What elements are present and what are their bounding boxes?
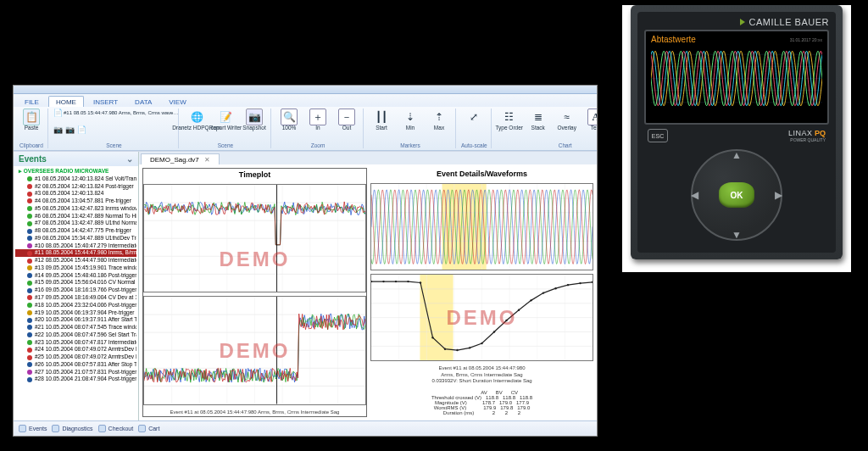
event-item[interactable]: #8 08.05.2004 14:42:47.775 Pre-trigger	[15, 227, 136, 235]
event-item[interactable]: #16 09.05.2004 18:16:19.766 Post-trigger	[15, 287, 136, 294]
zoom-in-button[interactable]: ＋In	[305, 109, 331, 131]
svg-point-7	[431, 337, 433, 338]
collapse-chevron-icon[interactable]: ⌄	[126, 154, 133, 164]
workspace: Events ⌄ ▸ OVERSEES RADIO MICROWAVE#1 08…	[14, 151, 597, 420]
timeplot-footer: Event #11 at 08.05.2004 15:44:47:980 Arm…	[143, 409, 366, 416]
waveform-plot[interactable]	[370, 183, 593, 270]
event-item[interactable]: #21 10.05.2004 08:07:47.545 Trace window	[15, 324, 136, 331]
event-item[interactable]: #12 08.05.2004 15:44:47.980 Intermediate…	[15, 257, 136, 264]
svg-point-3	[382, 281, 384, 282]
zoom-out-button[interactable]: －Out	[334, 109, 359, 131]
summary-table: AV BV CV Threshold crossed (V) 118.8 118…	[370, 388, 593, 417]
events-panel-title: Events	[19, 154, 47, 164]
zoom-default[interactable]: 🔍100%	[276, 109, 302, 131]
ok-button[interactable]: OK	[719, 182, 754, 208]
device-model: LINAX	[788, 129, 813, 137]
event-item[interactable]: #23 10.05.2004 08:07:47.817 Intermediate…	[15, 339, 136, 347]
svg-point-11	[481, 342, 482, 344]
document-tab[interactable]: DEMO_Sag.dv7 ✕	[141, 153, 220, 164]
ribbon: 📋 Paste Clipboard 📄#11 08.05 15:44:47.98…	[14, 107, 597, 151]
chart-stack-button[interactable]: ≣Stack	[526, 109, 551, 131]
svg-point-6	[420, 281, 421, 283]
ribbon-group-label: Clipboard	[19, 142, 44, 148]
event-item[interactable]: #3 08.05.2004 12:40:13.824	[15, 190, 136, 198]
event-item[interactable]: #7 08.05.2004 13:42:47.889 U1thd Normal …	[15, 220, 136, 227]
events-panel: Events ⌄ ▸ OVERSEES RADIO MICROWAVE#1 08…	[14, 152, 139, 420]
svg-point-8	[444, 348, 446, 350]
event-item[interactable]: #9 08.05.2004 15:34:47.889 U1thdDev Trac…	[15, 235, 136, 242]
chart-type-button[interactable]: ☷Type Order	[497, 109, 522, 131]
sagprofile-plot[interactable]: DEMO	[370, 274, 593, 361]
event-item[interactable]: #1 08.05.2004 12:40:13.824 Sel Volt/Tran…	[15, 175, 136, 183]
chart-overlay-button[interactable]: ≈Overlay	[554, 109, 580, 131]
snapshot-button[interactable]: 📷Snapshot	[242, 109, 267, 131]
paste-button[interactable]: 📋 Paste	[19, 109, 44, 131]
event-item[interactable]: #2 08.05.2004 12:40:13.824 Post-trigger	[15, 183, 136, 191]
event-item[interactable]: #18 10.05.2004 23:32:04.006 Post-trigger	[15, 302, 136, 309]
sb-diagnostics[interactable]: Diagnostics	[52, 425, 92, 432]
sb-cart[interactable]: Cart	[138, 425, 159, 432]
clipboard-icon: 📋	[23, 109, 40, 125]
scene-snapshot2[interactable]: 📷	[65, 125, 74, 134]
esc-button[interactable]: ESC	[648, 129, 668, 142]
device-screen: Abtastwerte 31.01.2017 20:xx	[644, 30, 829, 125]
device-brand: CAMILLE BAUER	[644, 17, 829, 30]
camera-icon: 📷	[246, 109, 263, 125]
dpad-up[interactable]: ▲	[732, 149, 742, 161]
sb-events[interactable]: Events	[19, 425, 47, 432]
scene-snapshot[interactable]: 📷	[53, 125, 62, 134]
dranetz-link[interactable]: 🌐Dranetz HDPQ.com	[184, 109, 209, 131]
dpad-down[interactable]: ▼	[732, 229, 742, 241]
ribbon-tab-view[interactable]: VIEW	[161, 96, 193, 107]
sb-checkout[interactable]: Checkout	[98, 425, 134, 432]
event-item[interactable]: #28 10.05.2004 21:08:47.904 Post-trigger	[15, 376, 136, 383]
ribbon-tab-data[interactable]: DATA	[127, 96, 159, 107]
event-item[interactable]: #22 10.05.2004 08:07:47.596 Sel Start Tr…	[15, 331, 136, 339]
svg-point-14	[518, 309, 520, 311]
event-item[interactable]: #17 09.05.2004 18:16:49.004 CV Dev at 12…	[15, 294, 136, 302]
close-icon[interactable]: ✕	[204, 156, 210, 164]
ribbon-group-label: Scene	[53, 142, 175, 148]
marker-min[interactable]: ⇣Min	[398, 109, 423, 131]
event-item[interactable]: #26 10.05.2004 08:07:57.831 After Stop T…	[15, 361, 136, 369]
reportwriter-button[interactable]: 📝Report Writer	[213, 109, 238, 131]
ribbon-group-label: Scene	[184, 142, 267, 148]
svg-point-15	[530, 299, 531, 301]
ribbon-tab-insert[interactable]: INSERT	[86, 96, 125, 107]
svg-point-12	[493, 331, 495, 332]
event-item[interactable]: #19 10.05.2004 06:19:37.904 Pre-trigger	[15, 309, 136, 317]
svg-point-18	[567, 284, 569, 286]
event-item[interactable]: #10 08.05.2004 15:40:47.279 Intermediate…	[15, 242, 136, 250]
event-item[interactable]: #4 08.05.2004 13:04:57.881 Pre-trigger	[15, 198, 136, 205]
autoscale-button[interactable]: ⤢	[461, 109, 487, 125]
marker-start[interactable]: ┃┃Start	[369, 109, 394, 131]
event-item[interactable]: #13 09.05.2004 15:45:19.901 Trace window	[15, 264, 136, 272]
event-item[interactable]: #11 08.05.2004 15:44:47.980 Inrms, B/rms…	[15, 249, 136, 257]
timeplot-upper[interactable]: DEMO	[143, 184, 366, 292]
timeplot-lower[interactable]: DEMO	[143, 296, 366, 404]
event-item[interactable]: #20 10.05.2004 06:19:37.911 After Start …	[15, 316, 136, 324]
svg-point-19	[579, 282, 581, 284]
ribbon-tab-home[interactable]: HOME	[48, 96, 84, 107]
dpad-left[interactable]: ◀	[691, 189, 698, 201]
document-tab-label: DEMO_Sag.dv7	[150, 156, 199, 164]
event-item[interactable]: #14 09.05.2004 15:48:40.186 Post-trigger	[15, 272, 136, 280]
event-item[interactable]: #25 10.05.2004 08:07:49.072 ArmtrsDev No…	[15, 354, 136, 361]
svg-point-16	[542, 292, 544, 294]
powerquality-app-window: FILE HOME INSERT DATA VIEW 📋 Paste Clipb…	[13, 85, 598, 437]
event-item[interactable]: #15 09.05.2004 15:56:04.016 CV Normal ->…	[15, 279, 136, 287]
scene-snapshot3[interactable]: 📄	[77, 125, 86, 134]
event-item[interactable]: #27 10.05.2004 21:07:57.831 Post-trigger	[15, 369, 136, 376]
chart-text-button[interactable]: AText	[583, 109, 597, 131]
ribbon-tabs: FILE HOME INSERT DATA VIEW	[14, 94, 597, 107]
dpad-right[interactable]: ▶	[775, 189, 782, 201]
events-tree[interactable]: ▸ OVERSEES RADIO MICROWAVE#1 08.05.2004 …	[14, 166, 138, 420]
marker-max[interactable]: ⇡Max	[426, 109, 452, 131]
titlebar[interactable]	[14, 86, 597, 94]
scene-row-item[interactable]: 📄#11 08.05 15:44:47.980 Arms, Brms, Crms…	[53, 109, 178, 117]
svg-point-2	[371, 281, 372, 282]
event-item[interactable]: #24 10.05.2004 08:07:49.072 ArmtrsDev Hi…	[15, 346, 136, 354]
event-item[interactable]: #5 08.05.2004 13:42:47.823 Inrms window.…	[15, 205, 136, 213]
ribbon-tab-file[interactable]: FILE	[17, 96, 47, 107]
event-item[interactable]: #6 08.05.2004 13:42:47.889 Normal To Hi	[15, 213, 136, 220]
